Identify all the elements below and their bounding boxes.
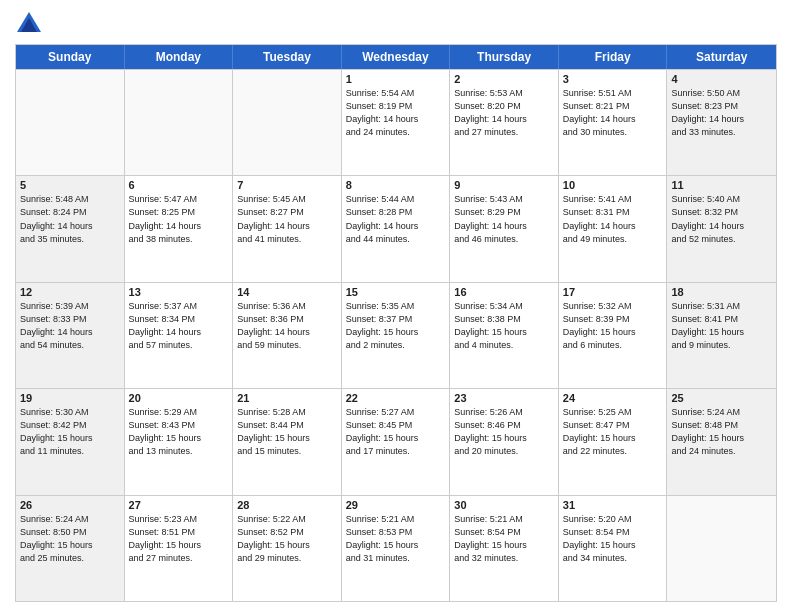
day-number: 24 [563, 392, 663, 404]
day-info: Sunrise: 5:40 AM Sunset: 8:32 PM Dayligh… [671, 193, 772, 245]
day-number: 2 [454, 73, 554, 85]
calendar-day-15: 15Sunrise: 5:35 AM Sunset: 8:37 PM Dayli… [342, 283, 451, 388]
day-number: 27 [129, 499, 229, 511]
day-info: Sunrise: 5:21 AM Sunset: 8:53 PM Dayligh… [346, 513, 446, 565]
day-info: Sunrise: 5:54 AM Sunset: 8:19 PM Dayligh… [346, 87, 446, 139]
calendar-day-5: 5Sunrise: 5:48 AM Sunset: 8:24 PM Daylig… [16, 176, 125, 281]
calendar-day-13: 13Sunrise: 5:37 AM Sunset: 8:34 PM Dayli… [125, 283, 234, 388]
calendar-header-tuesday: Tuesday [233, 45, 342, 69]
calendar-day-28: 28Sunrise: 5:22 AM Sunset: 8:52 PM Dayli… [233, 496, 342, 601]
day-info: Sunrise: 5:50 AM Sunset: 8:23 PM Dayligh… [671, 87, 772, 139]
calendar-day-22: 22Sunrise: 5:27 AM Sunset: 8:45 PM Dayli… [342, 389, 451, 494]
day-number: 10 [563, 179, 663, 191]
day-info: Sunrise: 5:37 AM Sunset: 8:34 PM Dayligh… [129, 300, 229, 352]
calendar-header-thursday: Thursday [450, 45, 559, 69]
page: SundayMondayTuesdayWednesdayThursdayFrid… [0, 0, 792, 612]
day-number: 8 [346, 179, 446, 191]
day-info: Sunrise: 5:47 AM Sunset: 8:25 PM Dayligh… [129, 193, 229, 245]
day-number: 19 [20, 392, 120, 404]
calendar-day-9: 9Sunrise: 5:43 AM Sunset: 8:29 PM Daylig… [450, 176, 559, 281]
calendar-day-1: 1Sunrise: 5:54 AM Sunset: 8:19 PM Daylig… [342, 70, 451, 175]
calendar-day-26: 26Sunrise: 5:24 AM Sunset: 8:50 PM Dayli… [16, 496, 125, 601]
calendar-day-14: 14Sunrise: 5:36 AM Sunset: 8:36 PM Dayli… [233, 283, 342, 388]
day-info: Sunrise: 5:22 AM Sunset: 8:52 PM Dayligh… [237, 513, 337, 565]
day-number: 12 [20, 286, 120, 298]
day-number: 25 [671, 392, 772, 404]
day-number: 23 [454, 392, 554, 404]
calendar-day-24: 24Sunrise: 5:25 AM Sunset: 8:47 PM Dayli… [559, 389, 668, 494]
day-info: Sunrise: 5:32 AM Sunset: 8:39 PM Dayligh… [563, 300, 663, 352]
day-number: 20 [129, 392, 229, 404]
day-info: Sunrise: 5:41 AM Sunset: 8:31 PM Dayligh… [563, 193, 663, 245]
day-number: 5 [20, 179, 120, 191]
calendar-week-4: 19Sunrise: 5:30 AM Sunset: 8:42 PM Dayli… [16, 388, 776, 494]
day-number: 3 [563, 73, 663, 85]
day-info: Sunrise: 5:28 AM Sunset: 8:44 PM Dayligh… [237, 406, 337, 458]
day-info: Sunrise: 5:51 AM Sunset: 8:21 PM Dayligh… [563, 87, 663, 139]
calendar-day-8: 8Sunrise: 5:44 AM Sunset: 8:28 PM Daylig… [342, 176, 451, 281]
day-number: 11 [671, 179, 772, 191]
day-info: Sunrise: 5:26 AM Sunset: 8:46 PM Dayligh… [454, 406, 554, 458]
calendar-week-2: 5Sunrise: 5:48 AM Sunset: 8:24 PM Daylig… [16, 175, 776, 281]
calendar-day-2: 2Sunrise: 5:53 AM Sunset: 8:20 PM Daylig… [450, 70, 559, 175]
day-info: Sunrise: 5:44 AM Sunset: 8:28 PM Dayligh… [346, 193, 446, 245]
day-number: 7 [237, 179, 337, 191]
day-info: Sunrise: 5:23 AM Sunset: 8:51 PM Dayligh… [129, 513, 229, 565]
calendar-header-wednesday: Wednesday [342, 45, 451, 69]
day-info: Sunrise: 5:34 AM Sunset: 8:38 PM Dayligh… [454, 300, 554, 352]
day-number: 14 [237, 286, 337, 298]
day-number: 30 [454, 499, 554, 511]
logo [15, 10, 47, 38]
calendar-header-saturday: Saturday [667, 45, 776, 69]
day-info: Sunrise: 5:30 AM Sunset: 8:42 PM Dayligh… [20, 406, 120, 458]
day-info: Sunrise: 5:35 AM Sunset: 8:37 PM Dayligh… [346, 300, 446, 352]
day-info: Sunrise: 5:36 AM Sunset: 8:36 PM Dayligh… [237, 300, 337, 352]
day-number: 28 [237, 499, 337, 511]
day-info: Sunrise: 5:24 AM Sunset: 8:50 PM Dayligh… [20, 513, 120, 565]
calendar-day-10: 10Sunrise: 5:41 AM Sunset: 8:31 PM Dayli… [559, 176, 668, 281]
day-number: 22 [346, 392, 446, 404]
day-info: Sunrise: 5:53 AM Sunset: 8:20 PM Dayligh… [454, 87, 554, 139]
calendar-day-21: 21Sunrise: 5:28 AM Sunset: 8:44 PM Dayli… [233, 389, 342, 494]
calendar-week-5: 26Sunrise: 5:24 AM Sunset: 8:50 PM Dayli… [16, 495, 776, 601]
calendar-week-1: 1Sunrise: 5:54 AM Sunset: 8:19 PM Daylig… [16, 69, 776, 175]
calendar-day-16: 16Sunrise: 5:34 AM Sunset: 8:38 PM Dayli… [450, 283, 559, 388]
calendar-header-sunday: Sunday [16, 45, 125, 69]
day-info: Sunrise: 5:27 AM Sunset: 8:45 PM Dayligh… [346, 406, 446, 458]
day-number: 18 [671, 286, 772, 298]
calendar-header-monday: Monday [125, 45, 234, 69]
calendar-empty-cell [125, 70, 234, 175]
day-info: Sunrise: 5:31 AM Sunset: 8:41 PM Dayligh… [671, 300, 772, 352]
calendar-day-6: 6Sunrise: 5:47 AM Sunset: 8:25 PM Daylig… [125, 176, 234, 281]
calendar-empty-cell [667, 496, 776, 601]
day-info: Sunrise: 5:29 AM Sunset: 8:43 PM Dayligh… [129, 406, 229, 458]
calendar-day-3: 3Sunrise: 5:51 AM Sunset: 8:21 PM Daylig… [559, 70, 668, 175]
calendar-empty-cell [233, 70, 342, 175]
day-info: Sunrise: 5:25 AM Sunset: 8:47 PM Dayligh… [563, 406, 663, 458]
calendar-day-11: 11Sunrise: 5:40 AM Sunset: 8:32 PM Dayli… [667, 176, 776, 281]
day-number: 1 [346, 73, 446, 85]
day-info: Sunrise: 5:43 AM Sunset: 8:29 PM Dayligh… [454, 193, 554, 245]
calendar-day-25: 25Sunrise: 5:24 AM Sunset: 8:48 PM Dayli… [667, 389, 776, 494]
day-number: 26 [20, 499, 120, 511]
day-info: Sunrise: 5:48 AM Sunset: 8:24 PM Dayligh… [20, 193, 120, 245]
header [15, 10, 777, 38]
day-number: 6 [129, 179, 229, 191]
day-number: 31 [563, 499, 663, 511]
calendar-week-3: 12Sunrise: 5:39 AM Sunset: 8:33 PM Dayli… [16, 282, 776, 388]
calendar-header-row: SundayMondayTuesdayWednesdayThursdayFrid… [16, 45, 776, 69]
calendar-day-12: 12Sunrise: 5:39 AM Sunset: 8:33 PM Dayli… [16, 283, 125, 388]
day-info: Sunrise: 5:45 AM Sunset: 8:27 PM Dayligh… [237, 193, 337, 245]
calendar-day-31: 31Sunrise: 5:20 AM Sunset: 8:54 PM Dayli… [559, 496, 668, 601]
calendar-empty-cell [16, 70, 125, 175]
day-number: 15 [346, 286, 446, 298]
day-number: 17 [563, 286, 663, 298]
calendar-body: 1Sunrise: 5:54 AM Sunset: 8:19 PM Daylig… [16, 69, 776, 601]
calendar-day-29: 29Sunrise: 5:21 AM Sunset: 8:53 PM Dayli… [342, 496, 451, 601]
day-info: Sunrise: 5:20 AM Sunset: 8:54 PM Dayligh… [563, 513, 663, 565]
calendar-day-19: 19Sunrise: 5:30 AM Sunset: 8:42 PM Dayli… [16, 389, 125, 494]
calendar-day-20: 20Sunrise: 5:29 AM Sunset: 8:43 PM Dayli… [125, 389, 234, 494]
calendar-day-7: 7Sunrise: 5:45 AM Sunset: 8:27 PM Daylig… [233, 176, 342, 281]
day-number: 21 [237, 392, 337, 404]
calendar-day-30: 30Sunrise: 5:21 AM Sunset: 8:54 PM Dayli… [450, 496, 559, 601]
